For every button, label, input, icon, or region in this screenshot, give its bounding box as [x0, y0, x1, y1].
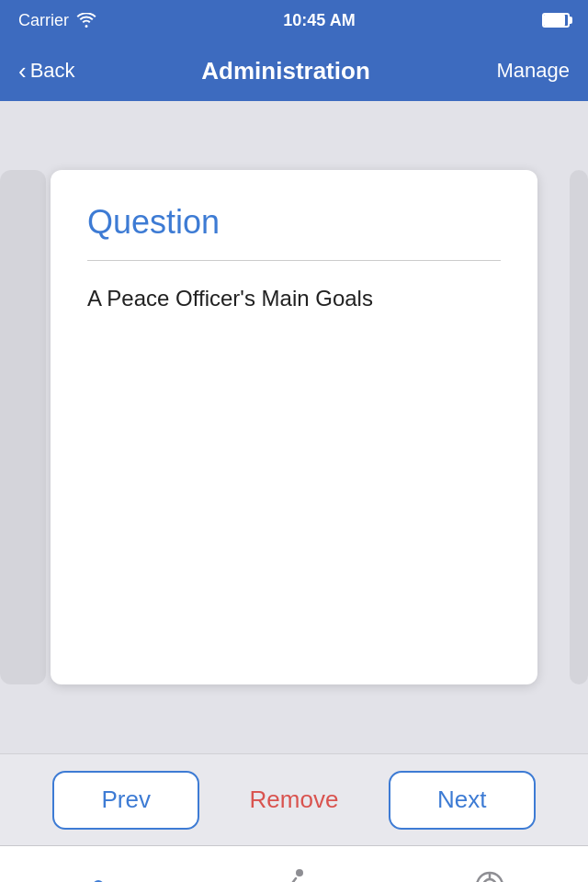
chevron-left-icon: ‹: [18, 57, 27, 85]
back-button[interactable]: ‹ Back: [18, 57, 75, 85]
remove-button[interactable]: Remove: [250, 786, 339, 814]
runner-icon: [274, 865, 314, 883]
wifi-icon: [76, 13, 96, 28]
svg-point-5: [483, 879, 496, 883]
prev-button[interactable]: Prev: [52, 771, 199, 830]
carrier-label: Carrier: [18, 11, 69, 30]
nav-bar: ‹ Back Administration Manage: [0, 40, 588, 101]
tab-info[interactable]: Info: [392, 865, 588, 883]
status-right: [542, 13, 570, 28]
battery-icon: [542, 13, 570, 28]
tab-pt[interactable]: PT: [196, 865, 391, 883]
svg-point-3: [296, 869, 303, 876]
status-time: 10:45 AM: [283, 11, 355, 30]
nav-title: Administration: [201, 57, 369, 85]
status-bar: Carrier 10:45 AM: [0, 0, 588, 40]
card-section-label: Question: [87, 203, 501, 242]
status-left: Carrier: [18, 11, 96, 30]
tab-home[interactable]: [0, 876, 196, 883]
flashcard: Question A Peace Officer's Main Goals: [51, 170, 537, 684]
main-content: Question A Peace Officer's Main Goals: [0, 101, 588, 753]
person-icon: [78, 876, 119, 883]
card-peek-left: [0, 170, 46, 684]
manage-button[interactable]: Manage: [496, 59, 570, 83]
back-label: Back: [30, 59, 75, 83]
card-peek-right: [570, 170, 588, 684]
next-button[interactable]: Next: [389, 771, 536, 830]
card-question-text: A Peace Officer's Main Goals: [87, 283, 501, 314]
lifebuoy-icon: [469, 865, 510, 883]
tab-bar: PT Info: [0, 845, 588, 882]
action-bar: Prev Remove Next: [0, 753, 588, 845]
card-divider: [87, 260, 501, 261]
